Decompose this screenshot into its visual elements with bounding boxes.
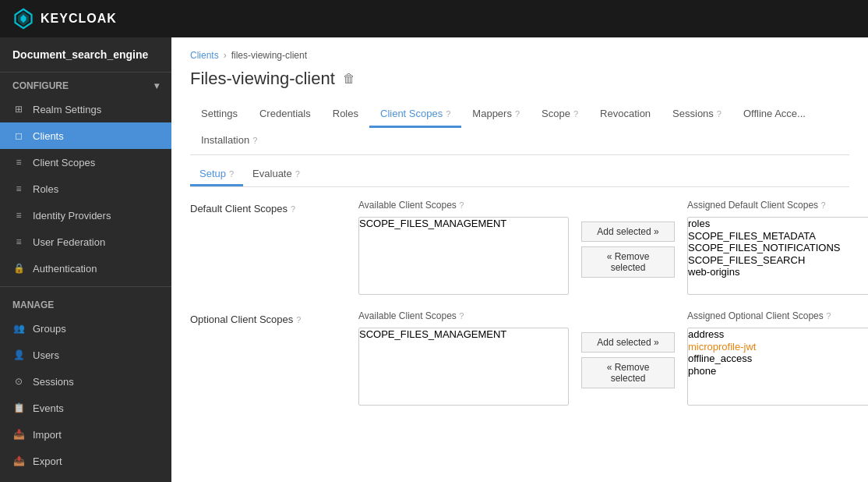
main-tabs: Settings Credentials Roles Client Scopes… [190, 101, 849, 155]
users-icon: 👤 [12, 349, 25, 361]
authentication-icon: 🔒 [12, 262, 25, 275]
sub-tab-setup[interactable]: Setup ? [190, 163, 243, 186]
roles-icon: ≡ [12, 183, 25, 195]
page-title: Files-viewing-client [190, 69, 335, 89]
tab-offline-access[interactable]: Offline Acce... [732, 101, 817, 128]
optional-add-selected-button[interactable]: Add selected » [581, 332, 675, 353]
logo-text: KEYCLOAK [41, 12, 117, 26]
optional-remove-selected-button[interactable]: « Remove selected [581, 357, 675, 388]
sidebar-item-users[interactable]: 👤 Users [0, 342, 171, 368]
optional-available-label: Available Client Scopes ? [358, 310, 569, 321]
default-assigned-item-4[interactable]: web-origins [688, 266, 868, 278]
groups-icon: 👥 [12, 322, 25, 335]
default-assigned-listbox[interactable]: roles SCOPE_FILES_METADATA SCOPE_FILES_N… [687, 217, 868, 295]
export-icon: 📤 [12, 455, 25, 467]
configure-section-header: Configure ▾ [0, 73, 171, 96]
optional-scopes-help-icon: ? [296, 315, 301, 324]
tab-scope-help: ? [573, 109, 578, 119]
optional-available-listbox[interactable]: SCOPE_FILES_MANAGEMENT [358, 328, 569, 406]
events-icon: 📋 [12, 402, 25, 414]
sidebar-item-clients[interactable]: ◻ Clients [0, 122, 171, 149]
tab-revocation[interactable]: Revocation [589, 101, 662, 128]
sidebar-item-authentication[interactable]: 🔒 Authentication [0, 255, 171, 282]
tab-installation[interactable]: Installation ? [190, 128, 268, 154]
default-available-listbox[interactable]: SCOPE_FILES_MANAGEMENT [358, 217, 569, 295]
sidebar-item-sessions[interactable]: ⊙ Sessions [0, 368, 171, 395]
tab-credentials[interactable]: Credentials [249, 101, 322, 128]
optional-assigned-item-3[interactable]: phone [688, 365, 868, 377]
optional-available-help-icon: ? [459, 311, 464, 321]
sidebar-item-user-federation[interactable]: ≡ User Federation [0, 229, 171, 255]
sidebar-item-identity-providers[interactable]: ≡ Identity Providers [0, 202, 171, 229]
logo[interactable]: KEYCLOAK [12, 8, 117, 30]
tab-client-scopes-help: ? [446, 109, 450, 119]
optional-client-scopes-row: Optional Client Scopes ? Available Clien… [190, 310, 849, 406]
default-assigned-wrap: Assigned Default Client Scopes ? roles S… [687, 200, 868, 295]
sub-tab-setup-help: ? [229, 169, 234, 179]
optional-assigned-item-0[interactable]: address [688, 328, 868, 341]
sidebar-item-import[interactable]: 📥 Import [0, 421, 171, 448]
import-icon: 📥 [12, 428, 25, 441]
optional-available-wrap: Available Client Scopes ? SCOPE_FILES_MA… [358, 310, 569, 406]
default-assigned-item-2[interactable]: SCOPE_FILES_NOTIFICATIONS [688, 242, 868, 254]
realm-settings-icon: ⊞ [12, 103, 25, 115]
tab-roles[interactable]: Roles [322, 101, 369, 128]
default-available-item-0[interactable]: SCOPE_FILES_MANAGEMENT [359, 218, 568, 230]
breadcrumb: Clients › files-viewing-client [190, 50, 849, 61]
optional-assigned-listbox[interactable]: address microprofile-jwt offline_access … [687, 328, 868, 406]
sidebar-item-events[interactable]: 📋 Events [0, 395, 171, 421]
breadcrumb-clients-link[interactable]: Clients [190, 50, 219, 61]
user-federation-icon: ≡ [12, 236, 25, 248]
default-scopes-label: Default Client Scopes ? [190, 200, 346, 214]
tab-scope[interactable]: Scope ? [531, 101, 589, 128]
default-available-wrap: Available Client Scopes ? SCOPE_FILES_MA… [358, 200, 569, 295]
optional-scopes-label: Optional Client Scopes ? [190, 310, 346, 325]
manage-section-header: Manage [0, 292, 171, 315]
default-assigned-item-1[interactable]: SCOPE_FILES_METADATA [688, 230, 868, 243]
sub-tab-evaluate-help: ? [295, 169, 300, 179]
default-available-label: Available Client Scopes ? [358, 200, 569, 211]
sidebar-username: Document_search_engine [0, 37, 171, 73]
logo-icon [12, 8, 34, 30]
tab-installation-help: ? [252, 136, 257, 145]
default-scopes-help-icon: ? [291, 204, 295, 214]
client-scopes-icon: ≡ [12, 156, 25, 168]
clients-icon: ◻ [12, 129, 25, 142]
sessions-icon: ⊙ [12, 375, 25, 388]
sidebar-item-groups[interactable]: 👥 Groups [0, 315, 171, 342]
default-client-scopes-row: Default Client Scopes ? Available Client… [190, 200, 849, 295]
optional-assigned-help-icon: ? [826, 311, 831, 321]
tab-client-scopes[interactable]: Client Scopes ? [369, 101, 461, 128]
sub-tab-evaluate[interactable]: Evaluate ? [243, 163, 309, 186]
tab-mappers-help: ? [515, 109, 520, 119]
sidebar-item-export[interactable]: 📤 Export [0, 448, 171, 474]
default-add-selected-button[interactable]: Add selected » [581, 222, 675, 242]
tab-mappers[interactable]: Mappers ? [461, 101, 531, 128]
optional-assigned-wrap: Assigned Optional Client Scopes ? addres… [687, 310, 868, 406]
default-assigned-item-3[interactable]: SCOPE_FILES_SEARCH [688, 254, 868, 267]
tab-sessions[interactable]: Sessions ? [662, 101, 732, 128]
top-navigation: KEYCLOAK [0, 0, 868, 37]
sidebar-divider [0, 286, 171, 287]
sidebar-item-client-scopes[interactable]: ≡ Client Scopes [0, 149, 171, 175]
default-scopes-actions: Add selected » « Remove selected [581, 200, 675, 278]
default-assigned-label: Assigned Default Client Scopes ? [687, 200, 868, 211]
identity-providers-icon: ≡ [12, 209, 25, 222]
default-remove-selected-button[interactable]: « Remove selected [581, 246, 675, 278]
optional-assigned-item-1[interactable]: microprofile-jwt [688, 341, 868, 353]
delete-client-icon[interactable]: 🗑 [343, 72, 355, 86]
sidebar-item-realm-settings[interactable]: ⊞ Realm Settings [0, 96, 171, 122]
default-available-help-icon: ? [459, 200, 464, 210]
default-assigned-item-0[interactable]: roles [688, 218, 868, 230]
optional-assigned-item-2[interactable]: offline_access [688, 353, 868, 365]
page-title-row: Files-viewing-client 🗑 [190, 69, 849, 89]
sidebar-item-roles[interactable]: ≡ Roles [0, 175, 171, 202]
sidebar: Document_search_engine Configure ▾ ⊞ Rea… [0, 37, 171, 482]
tab-settings[interactable]: Settings [190, 101, 249, 128]
sub-tabs: Setup ? Evaluate ? [190, 155, 849, 187]
breadcrumb-separator: › [224, 50, 227, 61]
main-content: Clients › files-viewing-client Files-vie… [171, 37, 868, 482]
default-assigned-help-icon: ? [820, 200, 825, 210]
optional-available-item-0[interactable]: SCOPE_FILES_MANAGEMENT [359, 328, 568, 341]
tab-sessions-help: ? [717, 109, 722, 119]
